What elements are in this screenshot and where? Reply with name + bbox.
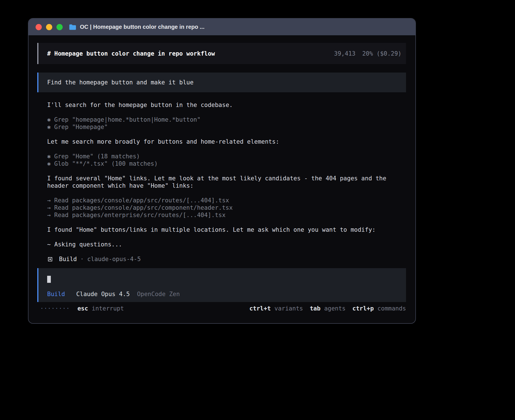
tool-call-text: Glob "**/*.tsx" (100 matches) <box>54 160 158 167</box>
tool-call-text: Read packages/console/app/src/routes/[..… <box>54 197 229 204</box>
close-button[interactable] <box>36 24 42 30</box>
agent-mode-label[interactable]: Build <box>47 291 65 298</box>
agent-model: claude-opus-4-5 <box>87 255 141 263</box>
spinner-dots: ········ <box>40 305 70 312</box>
read-arrow-icon: → <box>47 197 54 204</box>
assistant-message: I found "Home" buttons/links in multiple… <box>47 226 408 233</box>
titlebar[interactable]: OC | Homepage button color change in rep… <box>29 19 415 35</box>
context-cost: 20% ($0.29) <box>362 50 401 57</box>
shortcut-agents: tabagents <box>310 305 346 312</box>
status-right: ctrl+tvariants tabagents ctrl+pcommands <box>249 305 406 312</box>
read-arrow-icon: → <box>47 211 54 219</box>
assistant-status: ~ Asking questions... <box>47 241 408 248</box>
assistant-message: Let me search more broadly for buttons a… <box>47 138 408 145</box>
build-agent-icon <box>48 257 52 261</box>
terminal-window: OC | Homepage button color change in rep… <box>28 18 416 324</box>
terminal-content: # Homepage button color change in repo w… <box>29 35 415 312</box>
commands-label: commands <box>377 305 406 312</box>
ctrl-p-key: ctrl+p <box>352 305 374 312</box>
agent-separator: · <box>80 255 84 263</box>
status-bar: ········ escinterrupt ctrl+tvariants tab… <box>37 305 406 312</box>
status-left: ········ escinterrupt <box>40 305 124 312</box>
esc-label: interrupt <box>92 305 124 312</box>
tab-key: tab <box>310 305 320 312</box>
tool-call-grep: ✱Grep "Homepage" <box>47 123 408 131</box>
assistant-message: I'll search for the homepage button in t… <box>47 101 408 109</box>
esc-key: esc <box>77 305 88 312</box>
tool-call-grep: ✱Grep "Home" (18 matches) <box>47 153 408 160</box>
tool-call-text: Grep "Homepage" <box>54 124 108 130</box>
tool-call-text: Grep "homepage|home.*button|Home.*button… <box>54 116 200 123</box>
tool-call-read: →Read packages/console/app/src/component… <box>47 204 408 211</box>
agent-status: Build · claude-opus-4-5 <box>47 255 408 263</box>
tool-call-text: Read packages/console/app/src/component/… <box>54 204 233 211</box>
prompt-input[interactable]: Build Claude Opus 4.5 OpenCode Zen <box>37 268 406 302</box>
session-stats: 39,413 20% ($0.29) <box>334 50 401 57</box>
window-title: OC | Homepage button color change in rep… <box>80 24 204 30</box>
agents-label: agents <box>324 305 346 312</box>
user-message-text: Find the homepage button and make it blu… <box>47 79 193 86</box>
shortcut-variants: ctrl+tvariants <box>249 305 303 312</box>
token-count: 39,413 <box>334 50 355 57</box>
tool-call-grep: ✱Grep "homepage|home.*button|Home.*butto… <box>47 116 408 123</box>
grep-icon: ✱ <box>47 123 54 131</box>
shortcut-commands: ctrl+pcommands <box>352 305 406 312</box>
tool-call-text: Grep "Home" (18 matches) <box>54 153 140 160</box>
tool-call-text: Read packages/enterprise/src/routes/[...… <box>54 212 226 218</box>
read-arrow-icon: → <box>47 204 54 211</box>
tool-call-read: →Read packages/enterprise/src/routes/[..… <box>47 211 408 219</box>
minimize-button[interactable] <box>46 24 52 30</box>
model-label[interactable]: Claude Opus 4.5 <box>76 291 130 298</box>
tool-call-glob: ✱Glob "**/*.tsx" (100 matches) <box>47 160 408 167</box>
variants-label: variants <box>274 305 303 312</box>
text-cursor <box>47 276 51 283</box>
zoom-button[interactable] <box>56 24 63 30</box>
provider-label: OpenCode Zen <box>137 291 180 298</box>
session-title: # Homepage button color change in repo w… <box>47 50 215 57</box>
input-meta: Build Claude Opus 4.5 OpenCode Zen <box>47 290 406 298</box>
input-line[interactable] <box>47 276 406 283</box>
glob-icon: ✱ <box>47 160 54 167</box>
tool-call-read: →Read packages/console/app/src/routes/[.… <box>47 197 408 204</box>
agent-name: Build <box>59 255 77 263</box>
window-controls <box>36 24 63 30</box>
grep-icon: ✱ <box>47 116 54 123</box>
ctrl-t-key: ctrl+t <box>249 305 271 312</box>
session-header: # Homepage button color change in repo w… <box>37 43 406 64</box>
user-message-block: Find the homepage button and make it blu… <box>37 73 406 92</box>
assistant-message: I found several "Home" links. Let me loo… <box>47 175 408 189</box>
shortcut-interrupt: escinterrupt <box>77 305 124 312</box>
folder-icon <box>69 24 77 30</box>
conversation: I'll search for the homepage button in t… <box>47 101 408 263</box>
grep-icon: ✱ <box>47 153 54 160</box>
